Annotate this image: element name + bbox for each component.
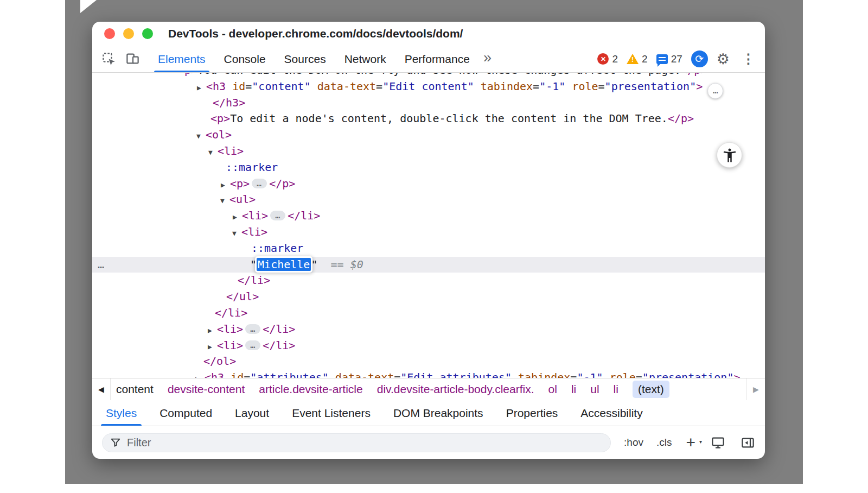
text-token: = (570, 371, 577, 378)
tag-token: </ol> (203, 355, 236, 368)
tree-line[interactable]: …"Michelle" == $0 (92, 257, 765, 273)
devtools-tab-strip: ElementsConsoleSourcesNetworkPerformance (149, 46, 479, 72)
more-tabs-button[interactable]: » (479, 49, 496, 66)
text-token: = (533, 80, 539, 93)
expand-arrow-icon[interactable]: ▶ (195, 371, 205, 378)
tag-token: </li> (238, 274, 270, 287)
zoom-button[interactable] (142, 28, 153, 39)
tree-line[interactable]: ::marker (92, 160, 765, 176)
panel-tab-computed[interactable]: Computed (148, 400, 224, 426)
issues-badge[interactable]: 27 (656, 53, 682, 65)
inspect-element-button[interactable] (97, 46, 120, 72)
tree-line[interactable]: ▶<p>…</p> (92, 176, 765, 192)
inline-expand-button[interactable]: … (245, 324, 260, 334)
error-badge[interactable]: ✕ 2 (597, 53, 618, 65)
accessibility-overlay-button[interactable] (717, 142, 742, 168)
more-actions-icon[interactable]: … (98, 257, 105, 273)
panel-tab-styles[interactable]: Styles (94, 400, 148, 426)
attr-name-token: tabindex (481, 80, 533, 93)
panel-tab-properties[interactable]: Properties (495, 400, 570, 426)
tree-line[interactable]: ▶<h3 id="attributes" data-text="Edit att… (92, 370, 765, 378)
breadcrumb-item-li[interactable]: li (571, 383, 576, 396)
inline-expand-button[interactable]: … (270, 211, 285, 220)
breadcrumb-item-devsite-content[interactable]: devsite-content (168, 383, 245, 396)
breadcrumb-scroll-left[interactable]: ◀ (92, 378, 111, 400)
new-style-rule-button[interactable]: + ▾ (686, 434, 695, 451)
tree-line[interactable]: ▼<li> (92, 224, 765, 241)
panel-tab-layout[interactable]: Layout (224, 400, 280, 426)
rendering-emulations-button[interactable] (711, 435, 725, 450)
devtools-window: DevTools - developer.chrome.com/docs/dev… (92, 22, 765, 459)
tree-line[interactable]: </ul> (92, 289, 765, 305)
more-options-icon[interactable]: ⋮ (738, 51, 758, 67)
settings-gear-icon[interactable]: ⚙ (717, 50, 730, 68)
tree-line[interactable]: ▶<li>…</li> (92, 338, 765, 354)
minimize-button[interactable] (123, 28, 134, 39)
tree-line[interactable]: ▼<ul> (92, 192, 765, 208)
breadcrumb-item-li[interactable]: li (614, 383, 618, 396)
text-token: " (250, 258, 257, 271)
expand-arrow-icon[interactable]: ▼ (196, 128, 206, 144)
toggle-element-state-button[interactable]: :hov (624, 437, 643, 448)
tab-sources[interactable]: Sources (275, 46, 335, 72)
tree-line[interactable]: </h3> (92, 95, 765, 111)
text-token: = (244, 371, 250, 378)
breadcrumb-item-content[interactable]: content (116, 383, 154, 396)
expand-arrow-icon[interactable]: ▶ (208, 339, 217, 355)
inline-expand-button[interactable]: … (252, 179, 267, 188)
panel-tab-dom-breakpoints[interactable]: DOM Breakpoints (382, 400, 495, 426)
tree-line[interactable]: ::marker (92, 241, 765, 257)
attr-name-token: role (610, 371, 636, 378)
inline-expand-button[interactable]: … (245, 340, 260, 350)
tree-line[interactable]: <p>To edit a node's content, double-clic… (92, 111, 765, 127)
tab-performance[interactable]: Performance (395, 46, 479, 72)
tree-line[interactable]: ▶<h3 id="content" data-text="Edit conten… (92, 79, 765, 95)
text-token (344, 258, 350, 271)
expand-arrow-icon[interactable]: ▼ (232, 225, 241, 242)
close-button[interactable] (104, 28, 115, 39)
warning-icon: ! (627, 54, 639, 64)
expand-arrow-icon[interactable]: ▼ (220, 193, 229, 209)
breadcrumb-item-div-devsite-article-body-clearfix-[interactable]: div.devsite-article-body.clearfix. (377, 383, 534, 396)
expand-arrow-icon[interactable]: ▼ (208, 144, 218, 161)
styles-filter-input[interactable] (127, 437, 603, 449)
tree-line[interactable]: </li> (92, 305, 765, 321)
tree-line[interactable]: ▶<li>…</li> (92, 208, 765, 224)
tree-line[interactable]: ▶<li>…</li> (92, 321, 765, 338)
tag-token: <h3 (206, 80, 226, 93)
tree-line[interactable]: p>You can edit the DOM on the fly and se… (92, 73, 765, 79)
sync-icon[interactable]: ⟳ (691, 50, 708, 67)
selected-text-editbox[interactable]: Michelle (257, 258, 311, 271)
tab-console[interactable]: Console (215, 46, 275, 72)
breadcrumb-scroll-right[interactable]: ▶ (746, 378, 765, 400)
breadcrumb-item--text-[interactable]: (text) (633, 381, 669, 398)
tag-token: </h3> (213, 96, 245, 109)
breadcrumb-item-ul[interactable]: ul (590, 383, 599, 396)
tag-token: <p> (230, 177, 250, 190)
text-token (329, 371, 335, 378)
tree-line[interactable]: ▼<ol> (92, 127, 765, 143)
toggle-sidebar-icon (741, 435, 755, 450)
panel-tab-accessibility[interactable]: Accessibility (569, 400, 654, 426)
text-token: = (376, 80, 382, 93)
panel-tab-event-listeners[interactable]: Event Listeners (280, 400, 382, 426)
tab-elements[interactable]: Elements (149, 46, 215, 72)
tag-token: <ol> (206, 128, 232, 141)
tab-network[interactable]: Network (335, 46, 395, 72)
tree-line[interactable]: </li> (92, 273, 765, 289)
expand-arrow-icon[interactable]: ▶ (233, 209, 242, 225)
styles-filter[interactable] (102, 433, 611, 452)
breadcrumb-item-article-devsite-article[interactable]: article.devsite-article (259, 383, 362, 396)
toolbar-status-area: ✕ 2 ! 2 27 ⟳ ⚙ ⋮ (597, 50, 758, 68)
element-classes-button[interactable]: .cls (656, 437, 672, 448)
toggle-sidebar-button[interactable] (741, 435, 755, 450)
expand-arrow-icon[interactable]: ▶ (221, 177, 230, 193)
tree-line[interactable]: ▼<li> (92, 143, 765, 160)
expand-arrow-icon[interactable]: ▶ (197, 80, 206, 96)
tag-token: </p> (681, 73, 707, 77)
breadcrumb-item-ol[interactable]: ol (548, 383, 557, 396)
tree-line[interactable]: </ol> (92, 353, 765, 370)
warning-badge[interactable]: ! 2 (627, 53, 648, 65)
expand-arrow-icon[interactable]: ▶ (208, 323, 217, 339)
toggle-device-toolbar-button[interactable] (120, 46, 144, 72)
